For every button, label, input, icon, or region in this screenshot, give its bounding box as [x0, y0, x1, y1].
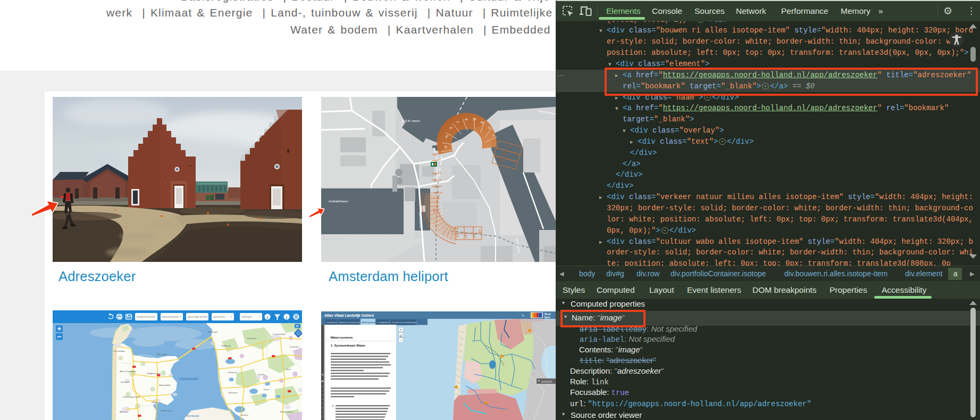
svg-text:Noor: Noor [545, 316, 550, 319]
svg-text:IJsselmeer: IJsselmeer [179, 376, 199, 381]
svg-text:100: 100 [433, 208, 436, 213]
svg-text:50: 50 [434, 185, 438, 188]
svg-text:Stavoren: Stavoren [228, 391, 238, 394]
svg-text:✎: ✎ [522, 314, 524, 317]
svg-text:Middenmeer: Middenmeer [147, 372, 161, 375]
svg-text:Medemblik: Medemblik [159, 384, 171, 386]
svg-text:Sneek: Sneek [258, 373, 265, 376]
svg-text:Provi: Provi [545, 313, 551, 316]
svg-text:Harlingen: Harlingen [208, 331, 218, 333]
svg-text:60: 60 [434, 192, 438, 195]
svg-text:Wieringen: Wieringen [157, 353, 167, 356]
svg-text:Atlas Vitaal Landelijk Gebied: Atlas Vitaal Landelijk Gebied [324, 314, 374, 318]
svg-text:Alkmaar: Alkmaar [120, 410, 129, 413]
svg-text:Heerenveen: Heerenveen [280, 410, 293, 413]
svg-text:subregio: subregio [241, 315, 252, 318]
svg-text:gemeente: gemeente [213, 315, 225, 318]
svg-text:40: 40 [434, 179, 437, 182]
svg-text:Bodem en landschap: Bodem en landschap [339, 321, 361, 324]
svg-text:Australiëhaven: Australiëhaven [329, 200, 348, 203]
svg-text:Heerhugowaard: Heerhugowaard [123, 396, 140, 398]
svg-text:Grou: Grou [286, 368, 291, 370]
svg-text:bedrijventerrein: bedrijventerrein [137, 315, 155, 318]
svg-text:Franeker: Franeker [247, 337, 257, 340]
svg-text:85: 85 [473, 118, 476, 121]
svg-text:30: 30 [434, 172, 437, 176]
svg-text:Trends en ontwikkelingen: Trends en ontwikkelingen [392, 321, 417, 324]
svg-text:Watersysteem: Watersysteem [331, 335, 353, 339]
svg-text:LEGENDA: LEGENDA [541, 381, 552, 383]
svg-text:Drachten: Drachten [290, 345, 299, 348]
svg-text:+: + [400, 328, 402, 332]
svg-text:Den Helder: Den Helder [113, 350, 125, 352]
svg-text:Enkhuizen: Enkhuizen [161, 409, 172, 412]
svg-text:Hoorn: Hoorn [152, 401, 158, 403]
svg-text:−: − [400, 339, 402, 342]
svg-text:80: 80 [465, 118, 468, 121]
svg-text:Workum: Workum [228, 371, 237, 374]
svg-text:Noordoostp: Noordoostp [187, 415, 199, 417]
svg-text:Joure: Joure [263, 388, 270, 391]
svg-text:Introductie: Introductie [326, 321, 337, 324]
svg-text:A.D.M.-haven: A.D.M.-haven [402, 119, 420, 122]
svg-text:1. Systeemkaart Water: 1. Systeemkaart Water [331, 343, 366, 347]
svg-text:kantoorlocatie: kantoorlocatie [162, 315, 179, 318]
svg-text:Schagen: Schagen [121, 381, 130, 383]
svg-text:10: 10 [434, 153, 437, 157]
svg-text:Leeuwarden: Leeuwarden [273, 333, 286, 335]
svg-text:Lemmer: Lemmer [240, 414, 249, 416]
svg-text:Makkum: Makkum [222, 344, 231, 347]
svg-text:gemengd werkm: gemengd werkm [188, 315, 207, 318]
svg-text:Watersysteem: Watersysteem [362, 321, 376, 324]
svg-text:Landgebruik: Landgebruik [378, 321, 391, 324]
svg-text:Anna Paulowna: Anna Paulowna [120, 370, 136, 373]
